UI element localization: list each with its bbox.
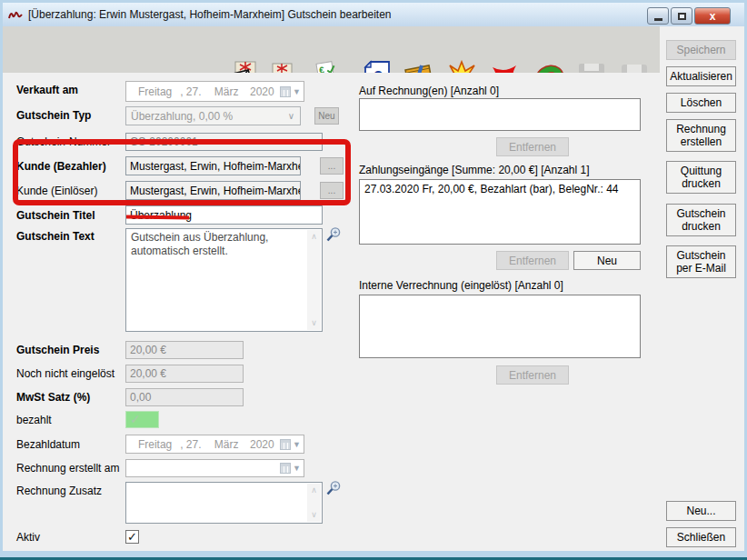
gutschein-text-scrollbar[interactable]: ∧∨ [307, 230, 321, 330]
zahlungseingaenge-listbox[interactable]: 27.03.2020 Fr, 20,00 €, Bezahlart (bar),… [359, 179, 641, 245]
date-day: , 27. [173, 85, 208, 98]
label-mwst-satz: MwSt Satz (%) [16, 391, 90, 404]
gutschein-text-zoom-button[interactable] [325, 226, 342, 243]
kunde-einloeser-input[interactable]: Mustergast, Erwin, Hofheim-Marxheim [125, 181, 301, 200]
auf-rechnung-listbox[interactable] [359, 98, 641, 131]
window-title: [Überzahlung: Erwin Mustergast, Hofheim-… [28, 8, 392, 21]
gutschein-per-email-button[interactable]: Gutschein per E-Mail [666, 245, 736, 278]
label-gutschein-nummer: Gutschein-Nummer [16, 135, 111, 148]
gutschein-drucken-button[interactable]: Gutschein drucken [666, 204, 736, 236]
app-window: [Überzahlung: Erwin Mustergast, Hofheim-… [0, 0, 747, 560]
label-bezahlt: bezahlt [16, 414, 52, 426]
quittung-drucken-button[interactable]: Quittung drucken [666, 161, 736, 194]
titlebar: [Überzahlung: Erwin Mustergast, Hofheim-… [3, 3, 744, 26]
label-verkauft-am: Verkauft am [16, 84, 78, 96]
rechnung-erstellen-button[interactable]: Rechnung erstellen [666, 119, 736, 152]
zahlungseingaenge-neu-button[interactable]: Neu [573, 251, 641, 270]
gutschein-typ-neu-button[interactable]: Neu [314, 107, 339, 125]
app-icon [8, 8, 23, 21]
label-bezahldatum: Bezahldatum [16, 438, 80, 451]
gutschein-text-textarea[interactable]: Gutschein aus Überzahlung, automatisch e… [125, 228, 323, 332]
kunde-bezahler-input[interactable]: Mustergast, Erwin, Hofheim-Marxheim [125, 156, 301, 175]
minimize-icon [654, 18, 662, 21]
check-icon: ✓ [127, 530, 137, 544]
interne-verrechnung-entfernen-button[interactable]: Entfernen [496, 365, 569, 385]
aktiv-checkbox[interactable]: ✓ [125, 530, 139, 544]
zahlungseingaenge-title: Zahlungseingänge [Summe: 20,00 €] [Anzah… [359, 164, 590, 176]
chevron-down-icon: ∨ [288, 111, 294, 121]
label-gutschein-preis: Gutschein Preis [16, 344, 99, 356]
interne-verrechnung-title: Interne Verrechnung (eingelöst) [Anzahl … [359, 279, 563, 292]
auf-rechnung-title: Auf Rechnung(en) [Anzahl 0] [359, 85, 499, 97]
date-weekday: Freitag [137, 438, 173, 451]
label-rechnung-zusatz: Rechnung Zusatz [16, 485, 102, 497]
interne-verrechnung-listbox[interactable] [359, 295, 641, 358]
schliessen-button[interactable]: Schließen [666, 527, 736, 547]
gutschein-text-value: Gutschein aus Überzahlung, automatisch e… [131, 231, 268, 257]
gutschein-typ-value: Überzahlung, 0,00 % [131, 110, 233, 123]
calendar-icon [280, 439, 291, 450]
rechnung-zusatz-scrollbar[interactable]: ∧∨ [307, 484, 321, 522]
gutschein-titel-input[interactable]: Überzahlung [125, 205, 323, 225]
list-item[interactable]: 27.03.2020 Fr, 20,00 €, Bezahlart (bar),… [364, 183, 635, 195]
label-rechnung-erstellt-am: Rechnung erstellt am [16, 462, 119, 475]
label-noch-nicht-eingeloest: Noch nicht eingelöst [16, 367, 115, 380]
loeschen-button[interactable]: Löschen [666, 93, 736, 113]
toolbar: € € ** [3, 26, 660, 73]
bezahlt-checkbox[interactable]: ✓ [125, 411, 159, 428]
gutschein-nummer-input[interactable]: GS-20200001 [125, 133, 323, 151]
rechnung-zusatz-zoom-button[interactable] [325, 480, 342, 496]
noch-nicht-eingeloest-input[interactable]: 20,00 € [125, 365, 244, 383]
label-gutschein-text: Gutschein Text [16, 230, 95, 243]
aktualisieren-button[interactable]: Aktualisieren [666, 66, 736, 86]
close-icon: x [710, 10, 716, 23]
label-gutschein-titel: Gutschein Titel [16, 209, 95, 222]
kunde-bezahler-browse-button[interactable]: ... [320, 157, 344, 175]
mwst-satz-input[interactable]: 0,00 [125, 388, 244, 406]
zahlungseingaenge-entfernen-button[interactable]: Entfernen [496, 251, 569, 270]
date-year: 2020 [244, 85, 280, 98]
date-month: März [209, 438, 244, 451]
speichern-button[interactable]: Speichern [666, 40, 736, 60]
maximize-icon [678, 13, 686, 20]
chevron-down-icon: ▼ [293, 87, 301, 96]
label-kunde-einloeser: Kunde (Einlöser) [16, 185, 97, 197]
minimize-button[interactable] [647, 7, 669, 25]
gutschein-preis-input[interactable]: 20,00 € [125, 341, 244, 359]
chevron-down-icon: ▼ [293, 440, 301, 449]
chevron-down-icon: ▼ [293, 464, 301, 473]
label-kunde-bezahler: Kunde (Bezahler) [16, 160, 106, 173]
auf-rechnung-entfernen-button[interactable]: Entfernen [496, 137, 569, 156]
check-icon: ✓ [130, 412, 141, 426]
label-gutschein-typ: Gutschein Typ [16, 109, 91, 122]
close-button[interactable]: x [694, 7, 731, 25]
bezahldatum-datepicker[interactable]: Freitag , 27. März 2020 ▼ [125, 435, 304, 454]
neu-button[interactable]: Neu... [666, 501, 736, 521]
kunde-einloeser-browse-button[interactable]: ... [320, 182, 344, 199]
gutschein-typ-dropdown[interactable]: Überzahlung, 0,00 % ∨ [125, 106, 301, 125]
date-month: März [209, 85, 244, 98]
date-year: 2020 [244, 438, 280, 451]
maximize-button[interactable] [671, 7, 692, 25]
date-day: , 27. [173, 438, 208, 451]
label-aktiv: Aktiv [16, 531, 40, 544]
verkauft-am-datepicker[interactable]: Freitag , 27. März 2020 ▼ [125, 81, 304, 102]
date-weekday: Freitag [137, 85, 173, 98]
calendar-icon [280, 86, 291, 97]
rechnung-zusatz-textarea[interactable]: ∧∨ [125, 482, 323, 524]
calendar-icon [280, 463, 291, 474]
rechnung-erstellt-am-datepicker[interactable]: ▼ [125, 459, 304, 477]
